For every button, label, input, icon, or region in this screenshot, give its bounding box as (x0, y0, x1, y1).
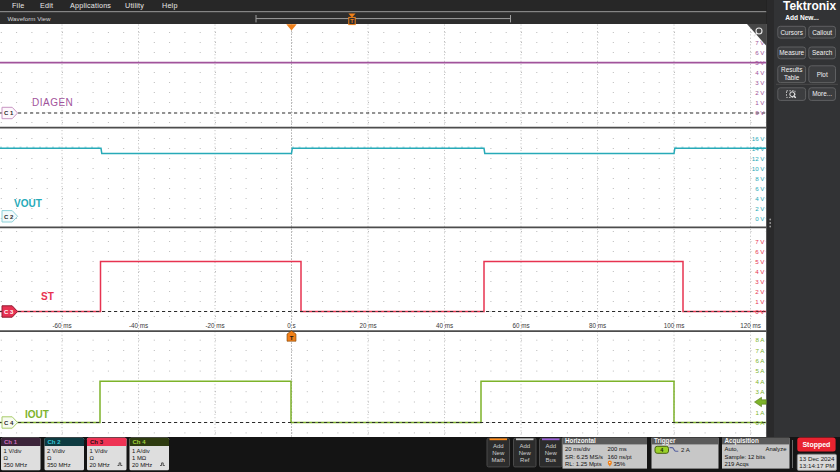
svg-text:Applications: Applications (70, 1, 111, 10)
svg-text:1 A: 1 A (756, 409, 766, 416)
svg-text:1 V: 1 V (755, 99, 765, 106)
svg-text:Tektronix: Tektronix (783, 0, 836, 13)
svg-text:Ref: Ref (520, 457, 530, 463)
svg-text:Ch 1: Ch 1 (4, 439, 18, 445)
svg-text:Auto,: Auto, (725, 446, 739, 452)
svg-text:13 Dec 2024: 13 Dec 2024 (799, 455, 835, 462)
svg-text:10 V: 10 V (752, 165, 766, 172)
svg-text:350 MHz: 350 MHz (4, 462, 28, 468)
svg-text:Ch 2: Ch 2 (48, 439, 62, 445)
svg-text:Acquisition: Acquisition (725, 437, 759, 445)
svg-text:C 4: C 4 (4, 420, 14, 426)
svg-text:Add: Add (493, 443, 504, 449)
svg-text:3 A: 3 A (756, 388, 766, 395)
svg-text:Edit: Edit (40, 1, 53, 10)
svg-text:8 A: 8 A (756, 336, 766, 343)
svg-text:0 V: 0 V (755, 109, 765, 116)
svg-text:RL: 1.25 Mpts: RL: 1.25 Mpts (565, 461, 602, 467)
svg-text:Ch 3: Ch 3 (90, 439, 104, 445)
svg-text:14 V: 14 V (752, 145, 766, 152)
svg-text:Help: Help (162, 1, 178, 10)
svg-text:Horizontal: Horizontal (565, 437, 596, 444)
svg-text:Trigger: Trigger (654, 437, 676, 445)
svg-text:C 1: C 1 (4, 110, 14, 116)
svg-text:5 A: 5 A (756, 367, 766, 374)
svg-text:4 V: 4 V (755, 195, 765, 202)
svg-text:Utility: Utility (125, 1, 144, 10)
svg-text:Callout: Callout (812, 29, 832, 36)
svg-text:4 V: 4 V (755, 268, 765, 275)
svg-text:More...: More... (812, 90, 832, 97)
svg-text:0 V: 0 V (755, 308, 765, 315)
svg-text:6 V: 6 V (755, 185, 765, 192)
svg-text:0 A: 0 A (756, 419, 766, 426)
svg-text:20 ms/div: 20 ms/div (565, 446, 590, 452)
svg-text:Ω: Ω (4, 455, 9, 461)
svg-text:219 Acqs: 219 Acqs (725, 461, 749, 467)
svg-text:Plot: Plot (817, 71, 828, 78)
svg-text:Results: Results (781, 66, 802, 73)
svg-text:Add: Add (545, 443, 556, 449)
svg-text:File: File (12, 1, 24, 10)
svg-text:Ω: Ω (90, 455, 95, 461)
svg-text:Bus: Bus (546, 457, 556, 463)
svg-text:5 V: 5 V (755, 59, 765, 66)
svg-text:1 V: 1 V (755, 298, 765, 305)
svg-text:60 ms: 60 ms (512, 322, 529, 329)
svg-text:4 A: 4 A (756, 378, 766, 385)
svg-text:3 V: 3 V (755, 79, 765, 86)
svg-text:Search: Search (812, 49, 833, 56)
svg-text:5 V: 5 V (755, 258, 765, 265)
svg-text:Ch 4: Ch 4 (133, 439, 147, 445)
svg-text:ST: ST (41, 291, 54, 302)
svg-text:2 A: 2 A (681, 446, 691, 453)
svg-text:200 ms: 200 ms (608, 446, 627, 452)
svg-text:7 V: 7 V (755, 238, 765, 245)
svg-text:T: T (290, 335, 294, 341)
svg-text:Math: Math (492, 457, 505, 463)
svg-text:New: New (519, 450, 532, 456)
svg-text:New: New (545, 450, 558, 456)
svg-text:Waveform View: Waveform View (8, 15, 52, 22)
svg-text:Stopped: Stopped (802, 441, 830, 449)
svg-text:80 ms: 80 ms (589, 322, 606, 329)
svg-text:Cursors: Cursors (781, 29, 803, 36)
svg-text:Add: Add (519, 443, 530, 449)
svg-text:0 V: 0 V (755, 215, 765, 222)
svg-text:6 A: 6 A (756, 357, 766, 364)
svg-text:1 V/div: 1 V/div (4, 448, 22, 454)
svg-text:3 V: 3 V (755, 278, 765, 285)
svg-text:Measure: Measure (779, 49, 804, 56)
svg-text:1 MΩ: 1 MΩ (132, 455, 147, 461)
svg-text:Sample: 12 bits: Sample: 12 bits (725, 454, 766, 460)
svg-text:VOUT: VOUT (14, 198, 42, 209)
svg-text:-40 ms: -40 ms (129, 322, 148, 329)
svg-text:2 V: 2 V (755, 205, 765, 212)
svg-text:35%: 35% (614, 461, 627, 467)
svg-text:7 A: 7 A (756, 347, 766, 354)
svg-text:0 s: 0 s (287, 322, 295, 329)
svg-text:120 ms: 120 ms (740, 322, 761, 329)
svg-text:6 V: 6 V (755, 49, 765, 56)
svg-text:SR: 6.25 MS/s: SR: 6.25 MS/s (565, 454, 603, 460)
svg-text:8 V: 8 V (755, 175, 765, 182)
svg-text:C 3: C 3 (4, 309, 14, 315)
svg-text:160 ns/pt: 160 ns/pt (608, 454, 633, 460)
svg-text:-20 ms: -20 ms (205, 322, 224, 329)
svg-text:100 ms: 100 ms (664, 322, 685, 329)
svg-text:IOUT: IOUT (25, 409, 49, 420)
svg-text:-60 ms: -60 ms (52, 322, 71, 329)
svg-text:Table: Table (784, 74, 800, 81)
svg-text:6 V: 6 V (755, 248, 765, 255)
svg-text:20 MHz: 20 MHz (132, 462, 152, 468)
svg-text:20 MHz: 20 MHz (90, 462, 110, 468)
svg-text:16 V: 16 V (752, 135, 766, 142)
svg-text:13:14:17 PM: 13:14:17 PM (799, 462, 834, 469)
svg-text:2 V/div: 2 V/div (47, 448, 65, 454)
svg-text:New: New (492, 450, 505, 456)
svg-text:2 V: 2 V (755, 288, 765, 295)
svg-text:C 2: C 2 (4, 214, 14, 220)
svg-text:1 A/div: 1 A/div (132, 448, 150, 454)
svg-text:DIAGEN: DIAGEN (32, 97, 73, 108)
svg-text:350 MHz: 350 MHz (47, 462, 71, 468)
